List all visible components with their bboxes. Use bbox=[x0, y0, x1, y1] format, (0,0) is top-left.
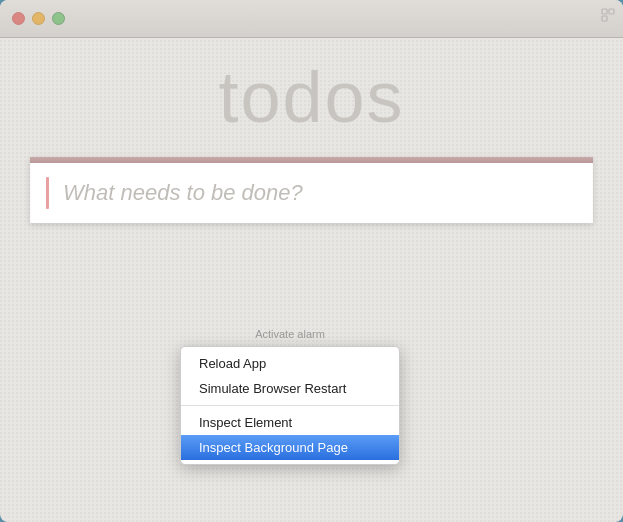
app-window: todos What needs to be done? Activate al… bbox=[0, 0, 623, 522]
traffic-lights bbox=[12, 12, 65, 25]
menu-item-inspect-element[interactable]: Inspect Element bbox=[181, 410, 399, 435]
resize-icon bbox=[601, 8, 615, 22]
context-menu: Reload App Simulate Browser Restart Insp… bbox=[180, 346, 400, 465]
svg-rect-2 bbox=[602, 16, 607, 21]
input-placeholder: What needs to be done? bbox=[63, 180, 303, 206]
menu-item-reload-app[interactable]: Reload App bbox=[181, 351, 399, 376]
svg-rect-1 bbox=[609, 9, 614, 14]
minimize-button[interactable] bbox=[32, 12, 45, 25]
input-field-row: What needs to be done? bbox=[30, 163, 593, 223]
menu-divider bbox=[181, 405, 399, 406]
menu-item-inspect-background[interactable]: Inspect Background Page bbox=[181, 435, 399, 460]
todo-input-area[interactable]: What needs to be done? bbox=[30, 157, 593, 223]
close-button[interactable] bbox=[12, 12, 25, 25]
input-left-border bbox=[46, 177, 49, 209]
title-bar bbox=[0, 0, 623, 38]
maximize-button[interactable] bbox=[52, 12, 65, 25]
app-content: todos What needs to be done? Activate al… bbox=[0, 38, 623, 253]
app-title: todos bbox=[30, 58, 593, 137]
svg-rect-0 bbox=[602, 9, 607, 14]
menu-item-simulate-restart[interactable]: Simulate Browser Restart bbox=[181, 376, 399, 401]
context-menu-area: Activate alarm Reload App Simulate Brows… bbox=[180, 328, 400, 465]
activate-label: Activate alarm bbox=[255, 328, 325, 340]
